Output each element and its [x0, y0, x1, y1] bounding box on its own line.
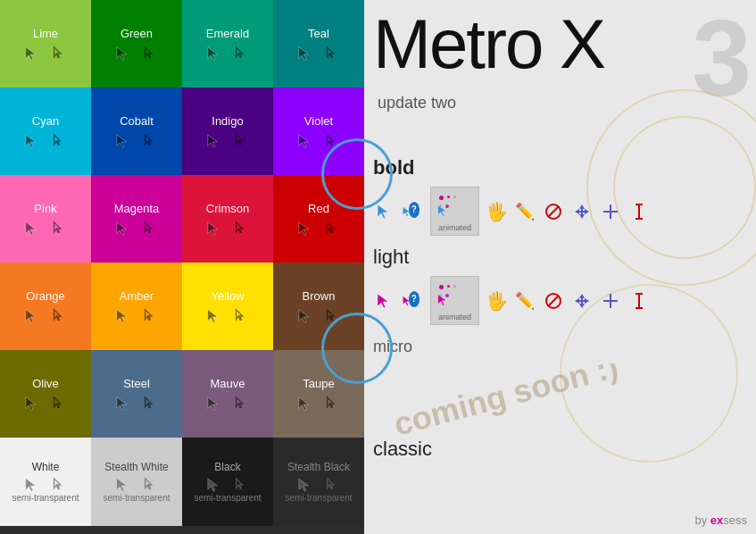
bold-cross-cursor [599, 200, 622, 223]
color-name-teal: Teal [308, 27, 329, 40]
color-name-brown: Brown [303, 289, 336, 303]
light-pencil-cursor: ✏️ [513, 289, 536, 313]
svg-marker-43 [145, 479, 152, 489]
svg-marker-8 [26, 134, 36, 146]
light-q-badge: ? [409, 291, 420, 307]
svg-marker-18 [117, 221, 127, 234]
svg-marker-44 [208, 479, 218, 491]
svg-marker-39 [328, 396, 334, 407]
bottom-cursor-row-white-cell [24, 477, 67, 493]
svg-marker-0 [26, 46, 36, 59]
color-cell-emerald: Emerald [182, 0, 273, 88]
classic-label: classic [373, 438, 432, 461]
svg-marker-59 [378, 294, 388, 308]
metro-text: Metro [373, 4, 560, 83]
svg-marker-28 [208, 309, 218, 321]
svg-marker-13 [237, 134, 243, 145]
svg-marker-31 [328, 309, 334, 320]
color-name-amber: Amber [120, 289, 154, 303]
cursor-row-green [115, 46, 158, 62]
color-name-orange: Orange [26, 289, 64, 303]
color-cell-amber: Amber [91, 263, 182, 350]
ex-label: ex [710, 513, 723, 527]
bottom-cell-black-cell: Black semi-transparent [182, 438, 273, 526]
svg-marker-53 [575, 204, 589, 219]
bold-pencil-cursor: ✏️ [513, 200, 536, 223]
light-arrow-cursor [373, 289, 396, 313]
light-move-cursor [570, 289, 594, 313]
bottom-cell-stealth-black: Stealth Black semi-transparent [273, 438, 364, 526]
cursor-row-cyan [24, 133, 67, 149]
color-name-olive: Olive [32, 377, 59, 390]
color-name-emerald: Emerald [206, 27, 249, 40]
bold-move-cursor [570, 200, 594, 223]
svg-marker-2 [117, 46, 127, 59]
svg-marker-36 [208, 396, 218, 409]
svg-marker-17 [54, 221, 61, 232]
light-animated-box: animated [430, 276, 479, 325]
color-name-indigo: Indigo [212, 114, 243, 128]
color-cell-lime: Lime [0, 0, 91, 88]
classic-section: classic [373, 438, 432, 468]
svg-marker-16 [26, 221, 36, 234]
svg-marker-38 [299, 396, 309, 409]
color-name-violet: Violet [304, 114, 333, 128]
bold-animated-box: animated [430, 187, 479, 236]
bottom-cursor-row-stealth-white [115, 477, 158, 493]
color-name-steel: Steel [123, 377, 150, 390]
svg-marker-37 [237, 396, 243, 407]
color-cell-violet: Violet [273, 88, 364, 175]
bottom-color-name-stealth-white: Stealth White [104, 461, 168, 473]
bottom-color-name-white-cell: White [32, 461, 60, 473]
color-cell-olive: Olive [0, 350, 91, 438]
cursor-row-teal [297, 46, 340, 62]
bottom-color-name-stealth-black: Stealth Black [287, 461, 350, 473]
bottom-row: White semi-transparent Stealth White sem… [0, 438, 364, 526]
color-cell-cyan: Cyan [0, 88, 91, 175]
light-label: light [373, 246, 651, 269]
color-cell-steel: Steel [91, 350, 182, 438]
bottom-cell-stealth-white: Stealth White semi-transparent [91, 438, 182, 526]
color-cell-pink: Pink [0, 175, 91, 263]
svg-marker-21 [237, 221, 243, 232]
color-name-crimson: Crimson [206, 202, 249, 215]
bold-no-cursor [542, 200, 565, 223]
color-name-cyan: Cyan [32, 114, 59, 128]
color-cell-cobalt: Cobalt [91, 88, 182, 175]
svg-marker-45 [237, 479, 243, 489]
svg-line-63 [548, 296, 559, 306]
color-cell-crimson: Crimson [182, 175, 273, 263]
color-cell-brown: Brown [273, 263, 364, 350]
bottom-trans-label-black-cell: semi-transparent [194, 493, 261, 503]
color-cell-red: Red [273, 175, 364, 263]
svg-marker-42 [117, 479, 127, 491]
color-cell-teal: Teal [273, 0, 364, 88]
cursor-row-emerald [206, 46, 249, 62]
q-badge: ? [409, 202, 420, 218]
bottom-trans-label-stealth-white: semi-transparent [103, 493, 170, 503]
svg-marker-29 [237, 309, 243, 320]
bottom-cursor-row-black-cell [206, 477, 249, 493]
cursor-row-lime [24, 46, 67, 62]
cursor-row-mauve [206, 396, 249, 412]
svg-marker-48 [378, 204, 388, 219]
micro-label: micro [373, 338, 712, 356]
svg-line-52 [548, 206, 559, 217]
svg-marker-19 [145, 221, 152, 232]
svg-marker-14 [299, 134, 309, 146]
bold-arrow-q-cursor: ? [402, 200, 425, 223]
svg-marker-9 [54, 134, 61, 145]
cursor-row-amber [115, 308, 158, 324]
cursor-row-olive [24, 396, 67, 412]
svg-marker-27 [145, 309, 152, 320]
svg-marker-3 [145, 46, 152, 57]
bold-label: bold [373, 156, 651, 179]
sess-label: sess [723, 513, 747, 527]
svg-marker-61 [438, 295, 447, 306]
svg-marker-10 [117, 134, 127, 146]
svg-marker-12 [208, 134, 218, 146]
cursor-row-pink [24, 221, 67, 237]
svg-marker-40 [26, 479, 36, 491]
svg-marker-5 [237, 46, 243, 57]
color-name-red: Red [308, 202, 329, 215]
